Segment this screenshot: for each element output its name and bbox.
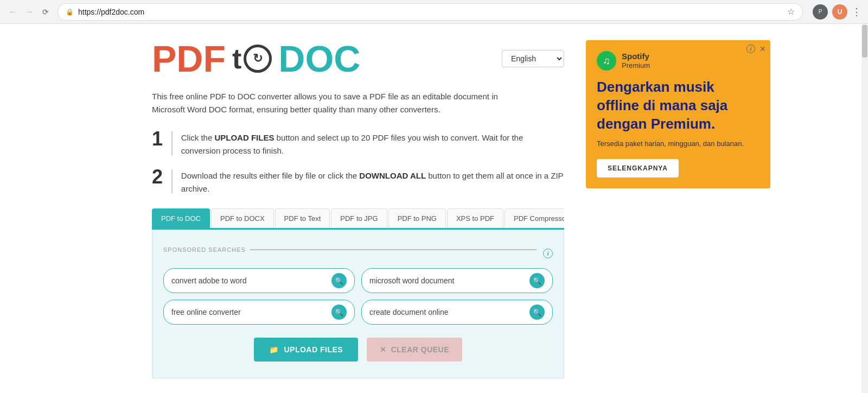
search-item-3[interactable]: free online converter 🔍 [163,300,355,325]
action-buttons: 📁 UPLOAD FILES ✕ CLEAR QUEUE [163,338,553,362]
step-2: 2 Download the results either file by fi… [152,167,564,195]
main-content: PDF t ↻ DOC English Indonesian Spanish F… [152,40,564,378]
upload-area: SPONSORED SEARCHES i convert adobe to wo… [152,230,564,378]
upload-files-button[interactable]: 📁 UPLOAD FILES [254,338,358,362]
tab-xps-to-pdf[interactable]: XPS to PDF [447,208,503,228]
tabs-bar: PDF to DOC PDF to DOCX PDF to Text PDF t… [152,208,564,230]
url-text: https://pdf2doc.com [78,8,783,16]
search-text-3: free online converter [171,308,241,316]
search-text-4: create document online [369,308,449,316]
spotify-logo: ♫ [597,51,616,71]
menu-dots[interactable]: ⋮ [852,6,861,18]
scrollbar-thumb[interactable] [862,25,867,58]
avatar: U [832,4,847,20]
search-item-1[interactable]: convert adobe to word 🔍 [163,268,355,293]
scrollbar[interactable] [861,24,868,378]
step-2-number: 2 [152,167,163,187]
logo-area: PDF t ↻ DOC English Indonesian Spanish F… [152,40,564,77]
logo-title: PDF t ↻ DOC [152,40,360,77]
ad-brand-name: Spotify [622,52,650,61]
tab-pdf-compressor[interactable]: PDF Compressor [505,208,564,228]
ad-subtext: Tersedia paket harian, mingguan, dan bul… [597,138,760,149]
language-select[interactable]: English Indonesian Spanish French [502,50,564,67]
search-btn-2[interactable]: 🔍 [529,273,545,288]
forward-button[interactable]: → [23,5,36,18]
logo-doc: DOC [278,40,360,77]
clear-icon: ✕ [380,345,387,354]
info-icon[interactable]: i [543,249,553,258]
step-1-text: Click the UPLOAD FILES button and select… [181,129,564,157]
ad-header: ♫ Spotify Premium [597,51,760,71]
search-text-1: convert adobe to word [171,276,247,285]
browser-chrome: ← → ⟳ 🔒 https://pdf2doc.com ☆ P U ⋮ [0,0,868,24]
search-btn-4[interactable]: 🔍 [529,305,545,320]
ad-cta-button[interactable]: SELENGKAPNYA [597,159,679,178]
ad-brand-sub: Premium [622,61,650,69]
step-1-divider [171,131,173,155]
extension-icon: P [813,4,828,20]
bookmark-button[interactable]: ☆ [787,7,795,17]
step-2-text: Download the results either file by file… [181,167,564,195]
tab-pdf-to-png[interactable]: PDF to PNG [388,208,446,228]
ad-brand: Spotify Premium [622,52,650,70]
logo-to: t ↻ [232,45,272,73]
search-btn-3[interactable]: 🔍 [331,305,347,320]
upload-label: UPLOAD FILES [284,345,343,354]
tab-pdf-to-jpg[interactable]: PDF to JPG [331,208,387,228]
ad-headline: Dengarkan musik offline di mana saja den… [597,78,760,133]
ad-sidebar: i ✕ ♫ Spotify Premium Dengarkan musik of… [586,40,770,378]
back-button[interactable]: ← [7,5,20,18]
upload-icon: 📁 [269,345,279,354]
logo-pdf: PDF [152,40,226,77]
tab-pdf-to-text[interactable]: PDF to Text [275,208,330,228]
lock-icon: 🔒 [66,8,74,16]
sponsored-label: SPONSORED SEARCHES [163,246,537,253]
ad-info-icon[interactable]: i [746,45,755,53]
step-2-divider [171,169,173,193]
search-grid: convert adobe to word 🔍 microsoft word d… [163,268,553,325]
step-1: 1 Click the UPLOAD FILES button and sele… [152,129,564,157]
logo-to-text: t [232,45,241,73]
tab-pdf-to-doc[interactable]: PDF to DOC [152,208,210,228]
browser-actions: P U ⋮ [813,4,861,20]
description: This free online PDF to DOC converter al… [152,90,521,116]
clear-queue-button[interactable]: ✕ CLEAR QUEUE [367,338,462,362]
ad-close-button[interactable]: ✕ [760,45,766,53]
address-bar[interactable]: 🔒 https://pdf2doc.com ☆ [58,3,803,21]
search-btn-1[interactable]: 🔍 [331,273,347,288]
refresh-button[interactable]: ⟳ [39,5,52,18]
steps: 1 Click the UPLOAD FILES button and sele… [152,129,564,195]
search-text-2: microsoft word document [369,276,454,285]
tab-pdf-to-docx[interactable]: PDF to DOCX [211,208,274,228]
logo-to-icon: ↻ [244,45,272,73]
clear-label: CLEAR QUEUE [391,345,449,354]
step-1-number: 1 [152,129,163,149]
search-item-2[interactable]: microsoft word document 🔍 [361,268,553,293]
nav-buttons: ← → ⟳ [7,5,52,18]
search-item-4[interactable]: create document online 🔍 [361,300,553,325]
sponsored-header: SPONSORED SEARCHES i [163,246,553,261]
ad-box: i ✕ ♫ Spotify Premium Dengarkan musik of… [586,40,770,188]
page-wrapper: PDF t ↻ DOC English Indonesian Spanish F… [54,24,814,378]
